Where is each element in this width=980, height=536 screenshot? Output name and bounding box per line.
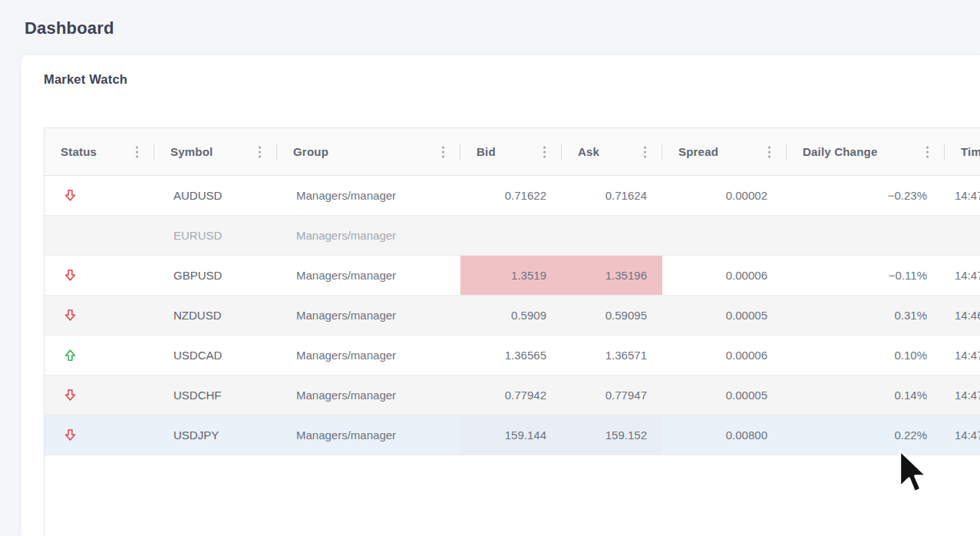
cell-symbol: EURUSD xyxy=(154,216,277,255)
cell-symbol: USDCAD xyxy=(154,336,277,375)
cell-symbol: USDCHF xyxy=(154,376,277,415)
column-label: Spread xyxy=(678,145,718,158)
column-header-time[interactable]: Time xyxy=(945,128,980,175)
cell-ask: 0.71624 xyxy=(562,176,662,215)
table-row-usdchf[interactable]: USDCHFManagers/manager0.779420.779470.00… xyxy=(45,376,980,415)
cell-group: Managers/manager xyxy=(277,176,460,215)
cell-group: Managers/manager xyxy=(277,216,460,255)
cell-status xyxy=(45,376,154,415)
cell-time: 14:47 xyxy=(945,336,980,375)
column-menu-dots-icon[interactable] xyxy=(136,151,138,153)
cell-spread: 0.00002 xyxy=(662,176,787,215)
panel-title: Market Watch xyxy=(44,72,127,87)
cell-ask: 1.36571 xyxy=(562,336,662,375)
table-header-row: StatusSymbolGroupBidAskSpreadDaily Chang… xyxy=(45,128,980,176)
table-row-audusd[interactable]: AUDUSDManagers/manager0.716220.716240.00… xyxy=(45,176,980,216)
column-label: Daily Change xyxy=(803,145,877,158)
cell-group: Managers/manager xyxy=(277,415,460,455)
cell-status xyxy=(45,415,154,455)
cell-bid: 0.71622 xyxy=(460,176,562,215)
cell-daily_change: 0.22% xyxy=(787,415,945,455)
cell-time: 14:47 xyxy=(945,415,980,455)
cell-symbol: AUDUSD xyxy=(154,176,277,215)
cell-ask: 1.35196 xyxy=(562,256,662,295)
table-row-gbpusd[interactable]: GBPUSDManagers/manager1.35191.351960.000… xyxy=(45,256,980,296)
column-label: Symbol xyxy=(170,145,213,158)
cell-status xyxy=(45,336,154,375)
column-label: Status xyxy=(61,145,97,158)
cell-group: Managers/manager xyxy=(277,336,460,375)
arrow-down-icon xyxy=(62,427,78,443)
cell-time: 14:46 xyxy=(945,296,980,335)
arrow-down-icon xyxy=(62,187,78,203)
cell-bid: 159.144 xyxy=(460,415,562,455)
cell-bid: 0.77942 xyxy=(460,376,562,415)
column-menu-dots-icon[interactable] xyxy=(442,151,444,153)
column-menu-dots-icon[interactable] xyxy=(543,151,546,153)
table-row-nzdusd[interactable]: NZDUSDManagers/manager0.59090.590950.000… xyxy=(45,296,980,336)
arrow-down-icon xyxy=(62,267,78,283)
cell-bid: 1.3519 xyxy=(460,256,562,295)
cell-daily_change: 0.14% xyxy=(787,376,945,415)
cell-group: Managers/manager xyxy=(277,376,460,415)
cell-time: 14:47 xyxy=(945,176,980,215)
cell-daily_change: 0.31% xyxy=(787,296,945,335)
cell-status xyxy=(45,176,154,215)
column-menu-dots-icon[interactable] xyxy=(926,151,929,153)
cell-daily_change: 0.10% xyxy=(787,336,945,375)
cell-spread: 0.00006 xyxy=(662,336,787,375)
arrow-down-icon xyxy=(62,387,78,403)
column-label: Group xyxy=(293,145,328,158)
cell-ask: 0.59095 xyxy=(562,296,662,335)
column-header-status[interactable]: Status xyxy=(45,128,154,175)
cell-group: Managers/manager xyxy=(277,296,460,335)
cell-status xyxy=(45,296,154,335)
cell-time: 14:47 xyxy=(945,376,980,415)
cell-symbol: NZDUSD xyxy=(154,296,277,335)
column-label: Bid xyxy=(477,145,496,158)
cell-group: Managers/manager xyxy=(277,256,460,295)
cell-daily_change: −0.11% xyxy=(787,256,945,295)
cell-status xyxy=(45,216,154,255)
cell-spread: 0.00006 xyxy=(662,256,787,295)
cell-daily_change xyxy=(787,216,945,255)
column-menu-dots-icon[interactable] xyxy=(644,151,646,153)
cell-symbol: GBPUSD xyxy=(154,256,277,295)
page-title: Dashboard xyxy=(25,18,114,38)
column-header-bid[interactable]: Bid xyxy=(460,128,562,175)
cell-daily_change: −0.23% xyxy=(787,176,945,215)
arrow-down-icon xyxy=(62,307,78,323)
column-header-daily_change[interactable]: Daily Change xyxy=(787,128,945,175)
market-watch-card: Market Watch StatusSymbolGroupBidAskSpre… xyxy=(21,55,980,536)
table-row-usdcad[interactable]: USDCADManagers/manager1.365651.365710.00… xyxy=(45,336,980,376)
table-row-eurusd[interactable]: EURUSDManagers/manager xyxy=(45,216,980,256)
cell-time: 14:47 xyxy=(945,256,980,295)
cell-spread xyxy=(662,216,787,255)
cell-ask: 159.152 xyxy=(562,415,662,455)
column-header-group[interactable]: Group xyxy=(277,128,460,175)
cell-status xyxy=(45,256,154,295)
cell-time xyxy=(945,216,980,255)
cell-spread: 0.00800 xyxy=(662,415,787,455)
column-label: Ask xyxy=(578,145,599,158)
column-menu-dots-icon[interactable] xyxy=(768,151,770,153)
market-watch-table: StatusSymbolGroupBidAskSpreadDaily Chang… xyxy=(44,127,980,536)
cell-spread: 0.00005 xyxy=(662,376,787,415)
cell-symbol: USDJPY xyxy=(154,415,277,455)
cell-ask xyxy=(562,216,662,255)
cell-ask: 0.77947 xyxy=(562,376,662,415)
column-menu-dots-icon[interactable] xyxy=(259,151,261,153)
column-header-spread[interactable]: Spread xyxy=(662,128,787,175)
table-row-usdjpy[interactable]: USDJPYManagers/manager159.144159.1520.00… xyxy=(45,415,980,455)
column-header-symbol[interactable]: Symbol xyxy=(154,128,277,175)
table-body: AUDUSDManagers/manager0.716220.716240.00… xyxy=(45,176,980,455)
cell-bid xyxy=(460,216,562,255)
cell-spread: 0.00005 xyxy=(662,296,787,335)
cell-bid: 0.5909 xyxy=(460,296,562,335)
column-label: Time xyxy=(961,145,980,158)
cell-bid: 1.36565 xyxy=(460,336,562,375)
arrow-up-icon xyxy=(62,347,78,363)
column-header-ask[interactable]: Ask xyxy=(562,128,662,175)
